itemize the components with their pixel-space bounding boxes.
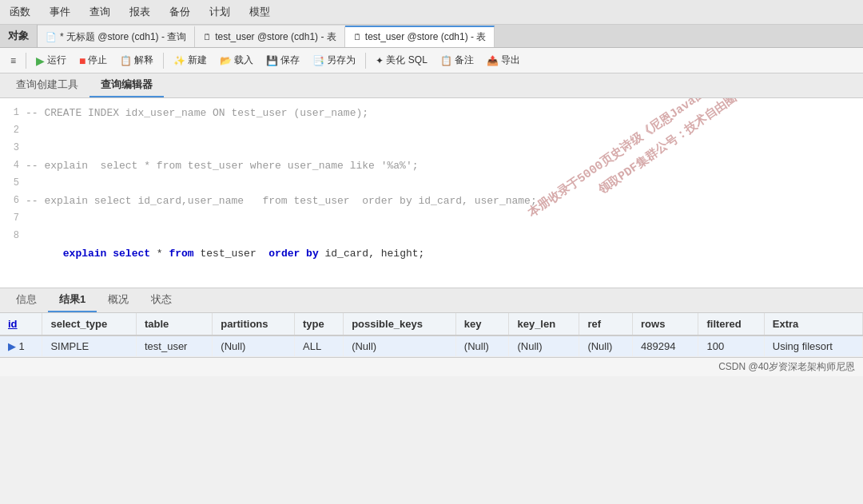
cell-partitions: (Null) [213, 335, 295, 357]
table-row[interactable]: ▶ 1SIMPLEtest_user(Null)ALL(Null)(Null)(… [0, 335, 863, 357]
tab-untitled-query[interactable]: 📄 * 无标题 @store (cdh1) - 查询 [38, 26, 195, 47]
explain-icon: 📋 [120, 55, 132, 66]
query-tabs: 查询创建工具 查询编辑器 [0, 73, 863, 98]
row-arrow: ▶ 1 [0, 335, 42, 357]
export-label: 导出 [501, 54, 520, 67]
tab-bar: 对象 📄 * 无标题 @store (cdh1) - 查询 🗒 test_use… [0, 25, 863, 48]
code-line-6: 6 -- explain select id_card,user_name fr… [0, 192, 863, 210]
result-tab-results1[interactable]: 结果1 [48, 288, 97, 312]
tab-test-user-2-label: test_user @store (cdh1) - 表 [365, 30, 487, 44]
cell-key: (Null) [455, 335, 509, 357]
code-line-7: 7 [0, 210, 863, 228]
tab-test-user-1[interactable]: 🗒 test_user @store (cdh1) - 表 [195, 26, 345, 47]
sidebar-toggle[interactable]: 对象 [0, 25, 38, 47]
col-header-rows: rows [633, 313, 698, 335]
query-tab-editor[interactable]: 查询编辑器 [89, 73, 164, 97]
beautify-button[interactable]: ✦ 美化 SQL [370, 51, 432, 69]
menu-functions[interactable]: 函数 [0, 2, 40, 22]
explain-button[interactable]: 📋 解释 [114, 51, 159, 69]
line-num-3: 3 [0, 140, 26, 157]
tab-untitled-label: * 无标题 @store (cdh1) - 查询 [60, 30, 186, 44]
code-content-4: -- explain select * from test_user where… [26, 157, 418, 175]
result-tbody: ▶ 1SIMPLEtest_user(Null)ALL(Null)(Null)(… [0, 335, 863, 357]
line-num-7: 7 [0, 210, 26, 228]
col-header-extra: Extra [764, 313, 862, 335]
col-header-possible-keys: possible_keys [344, 313, 456, 335]
stop-icon: ■ [79, 54, 86, 67]
saveas-icon: 📑 [312, 55, 324, 66]
code-content-1: -- CREATE INDEX idx_user_name ON test_us… [26, 105, 368, 122]
menu-bar: 函数 事件 查询 报表 备份 计划 模型 [0, 0, 863, 25]
code-content-8: explain select * from test_user order by… [26, 228, 424, 280]
code-line-3: 3 [0, 140, 863, 157]
menu-events[interactable]: 事件 [40, 2, 80, 22]
col-header-table: table [136, 313, 212, 335]
new-label: 新建 [188, 54, 207, 67]
run-button[interactable]: ▶ 运行 [30, 51, 72, 69]
result-tab-status[interactable]: 状态 [140, 288, 183, 312]
table-tab-icon-2: 🗒 [353, 32, 362, 42]
code-line-5: 5 [0, 175, 863, 192]
line-num-4: 4 [0, 157, 26, 175]
beautify-icon: ✦ [376, 55, 384, 66]
menu-report[interactable]: 报表 [120, 2, 160, 22]
col-header-type: type [295, 313, 344, 335]
save-button[interactable]: 💾 保存 [260, 51, 305, 69]
toolbar: ≡ ▶ 运行 ■ 停止 📋 解释 ✨ 新建 📂 载入 💾 保存 📑 另存为 ✦ … [0, 48, 863, 73]
cell-key-len: (Null) [509, 335, 579, 357]
code-line-8: 8 explain select * from test_user order … [0, 228, 863, 280]
query-tab-creator[interactable]: 查询创建工具 [5, 73, 89, 97]
load-label: 载入 [234, 54, 253, 67]
cell-rows: 489294 [633, 335, 698, 357]
menu-query[interactable]: 查询 [80, 2, 120, 22]
beautify-label: 美化 SQL [386, 54, 427, 67]
explain-label: 解释 [134, 54, 153, 67]
cell-ref: (Null) [579, 335, 633, 357]
saveas-label: 另存为 [327, 54, 356, 67]
cell-filtered: 100 [698, 335, 764, 357]
line-num-1: 1 [0, 105, 26, 122]
results-section: 信息 结果1 概况 状态 id select_type table partit… [0, 288, 863, 357]
new-button[interactable]: ✨ 新建 [168, 51, 213, 69]
editor-area[interactable]: 1 -- CREATE INDEX idx_user_name ON test_… [0, 98, 863, 288]
saveas-button[interactable]: 📑 另存为 [307, 51, 361, 69]
separator-3 [365, 53, 366, 69]
hamburger-menu[interactable]: ≡ [5, 53, 22, 69]
menu-model[interactable]: 模型 [240, 2, 280, 22]
table-tab-icon-1: 🗒 [203, 32, 212, 42]
code-line-2: 2 [0, 122, 863, 140]
backup-label: 备注 [455, 54, 474, 67]
save-icon: 💾 [266, 55, 278, 66]
col-header-id: id [0, 313, 42, 335]
table-header-row: id select_type table partitions type pos… [0, 313, 863, 335]
col-header-partitions: partitions [213, 313, 295, 335]
run-icon: ▶ [36, 54, 45, 67]
result-table-wrap: id select_type table partitions type pos… [0, 313, 863, 357]
load-icon: 📂 [220, 55, 232, 66]
menu-plan[interactable]: 计划 [200, 2, 240, 22]
cell-type: ALL [295, 335, 344, 357]
col-header-key: key [455, 313, 509, 335]
result-table: id select_type table partitions type pos… [0, 313, 863, 357]
result-tab-overview[interactable]: 概况 [97, 288, 140, 312]
results-tabs: 信息 结果1 概况 状态 [0, 288, 863, 313]
col-header-key-len: key_len [509, 313, 579, 335]
export-icon: 📤 [487, 55, 499, 66]
tab-test-user-2[interactable]: 🗒 test_user @store (cdh1) - 表 [345, 26, 495, 47]
col-header-ref: ref [579, 313, 633, 335]
stop-button[interactable]: ■ 停止 [74, 51, 113, 69]
result-tab-info[interactable]: 信息 [5, 288, 48, 312]
run-label: 运行 [47, 54, 66, 67]
backup-button[interactable]: 📋 备注 [435, 51, 479, 69]
code-line-1: 1 -- CREATE INDEX idx_user_name ON test_… [0, 105, 863, 122]
menu-backup[interactable]: 备份 [160, 2, 200, 22]
status-bar: CSDN @40岁资深老架构师尼恩 [0, 357, 863, 376]
save-label: 保存 [280, 54, 300, 67]
tab-test-user-1-label: test_user @store (cdh1) - 表 [215, 30, 336, 44]
load-button[interactable]: 📂 载入 [214, 51, 259, 69]
line-num-8: 8 [0, 228, 26, 280]
cell-select-type: SIMPLE [42, 335, 137, 357]
line-num-2: 2 [0, 122, 26, 140]
export-button[interactable]: 📤 导出 [481, 51, 526, 69]
separator-2 [163, 53, 164, 69]
